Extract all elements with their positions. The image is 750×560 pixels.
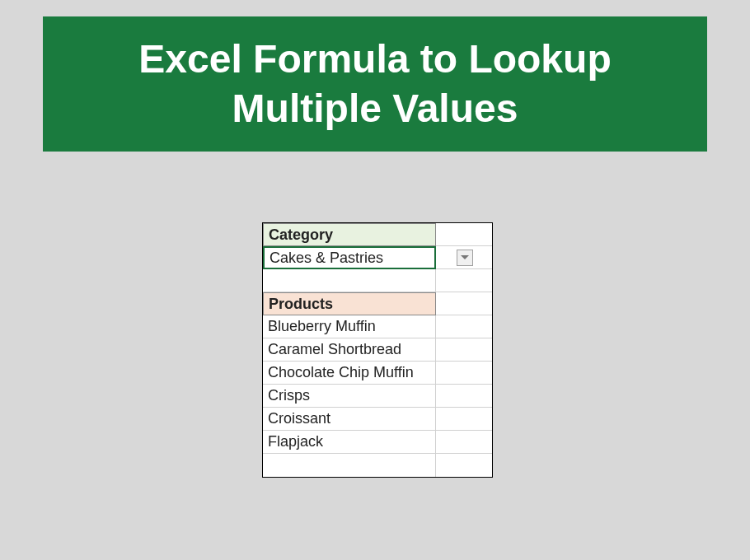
title-banner: Excel Formula to Lookup Multiple Values — [43, 16, 707, 152]
spacer-row — [263, 454, 492, 477]
product-cell: Blueberry Muffin — [263, 315, 436, 338]
page-title: Excel Formula to Lookup Multiple Values — [76, 35, 674, 133]
product-cell: Caramel Shortbread — [263, 338, 436, 362]
category-value-row: Cakes & Pastries — [263, 246, 492, 269]
category-header-row: Category — [263, 223, 492, 246]
product-row: Caramel Shortbread — [263, 338, 492, 362]
product-row: Crisps — [263, 385, 492, 408]
products-header-cell: Products — [263, 292, 436, 315]
category-header-cell: Category — [263, 223, 436, 246]
empty-cell — [263, 269, 436, 292]
product-cell: Flapjack — [263, 431, 436, 454]
dropdown-button-cell — [436, 246, 492, 269]
product-row: Flapjack — [263, 431, 492, 454]
product-row: Chocolate Chip Muffin — [263, 362, 492, 385]
empty-cell — [436, 431, 492, 454]
empty-cell — [263, 454, 436, 477]
empty-cell — [436, 338, 492, 362]
empty-cell — [436, 385, 492, 408]
spacer-row — [263, 269, 492, 292]
empty-cell — [436, 362, 492, 385]
product-row: Croissant — [263, 408, 492, 431]
products-header-row: Products — [263, 292, 492, 315]
empty-cell — [436, 315, 492, 338]
empty-cell — [436, 454, 492, 477]
dropdown-button[interactable] — [457, 250, 473, 266]
empty-cell — [436, 223, 492, 246]
product-cell: Chocolate Chip Muffin — [263, 362, 436, 385]
product-cell: Croissant — [263, 408, 436, 431]
product-row: Blueberry Muffin — [263, 315, 492, 338]
chevron-down-icon — [461, 255, 469, 260]
excel-grid: Category Cakes & Pastries Products Blueb… — [262, 222, 493, 478]
product-cell: Crisps — [263, 385, 436, 408]
empty-cell — [436, 269, 492, 292]
empty-cell — [436, 408, 492, 431]
category-dropdown-cell[interactable]: Cakes & Pastries — [263, 246, 436, 269]
empty-cell — [436, 292, 492, 315]
